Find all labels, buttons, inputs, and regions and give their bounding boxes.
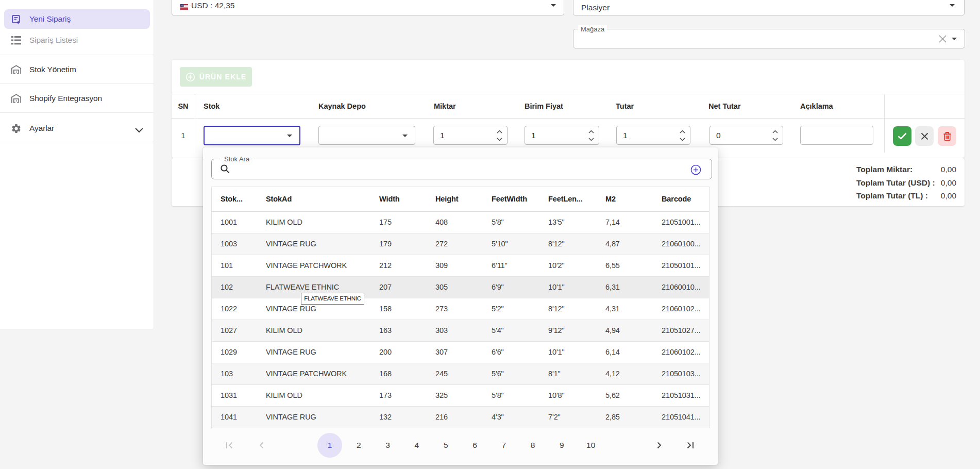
gear-icon bbox=[10, 123, 22, 134]
magaza-combobox[interactable]: Mağaza bbox=[573, 29, 965, 48]
last-page-icon[interactable] bbox=[678, 433, 702, 458]
stock-grid-row[interactable]: 102 FLATWEAVE ETHNIC 207 305 6'9" 10'1" … bbox=[212, 277, 709, 298]
total-tutar-usd-label: Toplam Tutar (USD) : bbox=[856, 176, 935, 190]
sidebar-item-yeni-siparis[interactable]: Yeni Sipariş bbox=[4, 9, 150, 29]
page-number[interactable]: 1 bbox=[317, 433, 342, 458]
cell-feetlen: 10'2" bbox=[539, 255, 597, 276]
dropdown-arrow-icon bbox=[952, 38, 957, 40]
miktar-input[interactable]: 1 bbox=[433, 126, 508, 145]
cell-stokad: VINTAGE PATCHWORK bbox=[257, 255, 370, 276]
cell-feetwidth: 6'9" bbox=[483, 277, 539, 298]
sidebar-divider bbox=[0, 83, 154, 84]
column-header-tutar: Tutar bbox=[616, 94, 634, 119]
page-number[interactable]: 6 bbox=[463, 433, 487, 458]
cell-height: 303 bbox=[427, 320, 483, 341]
stock-grid-row[interactable]: 103 VINTAGE PATCHWORK 168 245 5'6" 8'1" … bbox=[212, 363, 709, 385]
stock-grid-header-cell[interactable]: StokAd bbox=[257, 187, 370, 211]
miktar-value: 1 bbox=[440, 126, 445, 144]
cell-stokad: VINTAGE RUG bbox=[257, 407, 370, 428]
sidebar-item-shopify-entegrasyon[interactable]: Shopify Entegrasyon bbox=[0, 87, 154, 110]
warehouse-icon bbox=[10, 64, 22, 75]
next-page-icon[interactable] bbox=[647, 433, 672, 458]
cell-feetwidth: 5'2" bbox=[483, 298, 539, 320]
stock-grid-row[interactable]: 1027 KILIM OLD 163 303 5'4" 9'12" 4,94 2… bbox=[212, 320, 709, 342]
stepper-arrows-icon[interactable] bbox=[588, 126, 595, 144]
cell-barcode: 21051031... bbox=[653, 385, 710, 406]
cell-stokno: 1041 bbox=[212, 407, 257, 428]
page-number[interactable]: 5 bbox=[433, 433, 458, 458]
stepper-arrows-icon[interactable] bbox=[497, 126, 503, 144]
stock-grid-row[interactable]: 1022 VINTAGE RUG 158 273 5'2" 8'12" 4,31… bbox=[212, 298, 709, 320]
net-tutar-input[interactable]: 0 bbox=[709, 126, 783, 145]
cell-width: 200 bbox=[370, 342, 427, 363]
cell-height: 325 bbox=[427, 385, 483, 406]
cell-feetlen: 7'2" bbox=[539, 407, 597, 428]
column-header-net-tutar: Net Tutar bbox=[708, 94, 741, 119]
stock-grid-header-cell[interactable]: Height bbox=[427, 187, 483, 211]
stock-grid-row[interactable]: 1003 VINTAGE RUG 179 272 5'10" 8'12" 4,8… bbox=[212, 233, 709, 255]
cell-feetwidth: 4'3" bbox=[483, 407, 539, 428]
plasiyer-value: Plasiyer bbox=[581, 3, 610, 12]
stock-search-input[interactable] bbox=[233, 160, 677, 178]
sidebar-item-siparis-listesi[interactable]: Sipariş Listesi bbox=[0, 29, 154, 51]
stok-select[interactable] bbox=[204, 126, 300, 145]
stock-grid-header-cell[interactable]: FeetLen... bbox=[539, 187, 597, 211]
currency-select[interactable]: USD : 42,35 bbox=[172, 0, 564, 15]
stock-grid-row[interactable]: 1029 VINTAGE RUG 200 307 6'6" 10'1" 6,14… bbox=[212, 342, 709, 363]
column-header-birim-fiyat: Birim Fiyat bbox=[525, 94, 563, 119]
aciklama-input[interactable] bbox=[800, 126, 873, 145]
clear-icon[interactable] bbox=[936, 32, 949, 45]
tutar-input[interactable]: 1 bbox=[616, 126, 690, 145]
cell-barcode: 21050101... bbox=[653, 255, 710, 276]
kaynak-depo-select[interactable] bbox=[318, 126, 415, 145]
stepper-arrows-icon[interactable] bbox=[680, 126, 686, 144]
cell-feetwidth: 5'8" bbox=[483, 212, 539, 233]
cell-stokno: 101 bbox=[212, 255, 257, 276]
first-page-icon[interactable] bbox=[217, 433, 242, 458]
stock-grid-header-cell[interactable]: M2 bbox=[597, 187, 653, 211]
stock-grid-row[interactable]: 1041 VINTAGE RUG 132 216 4'3" 7'2" 2,85 … bbox=[212, 407, 709, 428]
page-number[interactable]: 3 bbox=[376, 433, 400, 458]
stock-grid-row[interactable]: 101 VINTAGE PATCHWORK 212 309 6'11" 10'2… bbox=[212, 255, 709, 277]
page-number[interactable]: 4 bbox=[404, 433, 429, 458]
add-stock-icon[interactable] bbox=[690, 164, 701, 177]
cell-stokno: 1001 bbox=[212, 212, 257, 233]
stock-search-field[interactable]: Stok Ara bbox=[211, 159, 712, 179]
confirm-row-button[interactable] bbox=[893, 126, 911, 146]
cell-width: 207 bbox=[370, 277, 427, 298]
stock-grid-header-cell[interactable]: Barcode bbox=[653, 187, 710, 211]
plasiyer-select[interactable]: Plasiyer bbox=[573, 0, 965, 15]
cell-m2: 4,12 bbox=[597, 363, 653, 384]
page-number[interactable]: 8 bbox=[520, 433, 545, 458]
search-icon bbox=[220, 164, 230, 176]
previous-page-icon[interactable] bbox=[249, 433, 274, 458]
page-number[interactable]: 7 bbox=[492, 433, 516, 458]
stock-grid-row[interactable]: 1031 KILIM OLD 173 325 5'8" 10'8" 5,62 2… bbox=[212, 385, 709, 407]
magaza-input[interactable] bbox=[580, 32, 930, 45]
cell-width: 175 bbox=[370, 212, 427, 233]
column-header-kaynak-depo: Kaynak Depo bbox=[318, 94, 366, 119]
dropdown-arrow-icon bbox=[287, 135, 292, 137]
tooltip: FLATWEAVE ETHNIC bbox=[301, 293, 364, 305]
cell-width: 168 bbox=[370, 363, 427, 384]
stock-grid-header-cell[interactable]: Stok... bbox=[212, 187, 257, 211]
add-product-button[interactable]: ÜRÜN EKLE bbox=[180, 67, 252, 87]
stepper-arrows-icon[interactable] bbox=[772, 126, 779, 144]
warehouse-icon bbox=[10, 93, 22, 104]
page-number[interactable]: 2 bbox=[346, 433, 371, 458]
stock-grid-header-cell[interactable]: Width bbox=[370, 187, 427, 211]
sidebar-item-ayarlar[interactable]: Ayarlar bbox=[0, 117, 154, 140]
stock-grid: Stok...StokAdWidthHeightFeetWidthFeetLen… bbox=[211, 187, 709, 428]
cell-m2: 4,31 bbox=[597, 298, 653, 320]
order-card: ÜRÜN EKLE SN Stok Kaynak Depo Miktar Bir… bbox=[172, 60, 965, 158]
delete-row-button[interactable] bbox=[938, 126, 956, 146]
cell-feetlen: 10'8" bbox=[539, 385, 597, 406]
cancel-row-button[interactable] bbox=[915, 126, 934, 146]
birim-fiyat-input[interactable]: 1 bbox=[525, 126, 599, 145]
page-number[interactable]: 9 bbox=[549, 433, 574, 458]
page-number[interactable]: 10 bbox=[579, 433, 603, 458]
stock-grid-row[interactable]: 1001 KILIM OLD 175 408 5'8" 13'5" 7,14 2… bbox=[212, 212, 709, 233]
sidebar-item-stok-yonetim[interactable]: Stok Yönetim bbox=[0, 58, 154, 81]
stock-grid-header-cell[interactable]: FeetWidth bbox=[483, 187, 539, 211]
chevron-down-icon bbox=[134, 126, 144, 131]
